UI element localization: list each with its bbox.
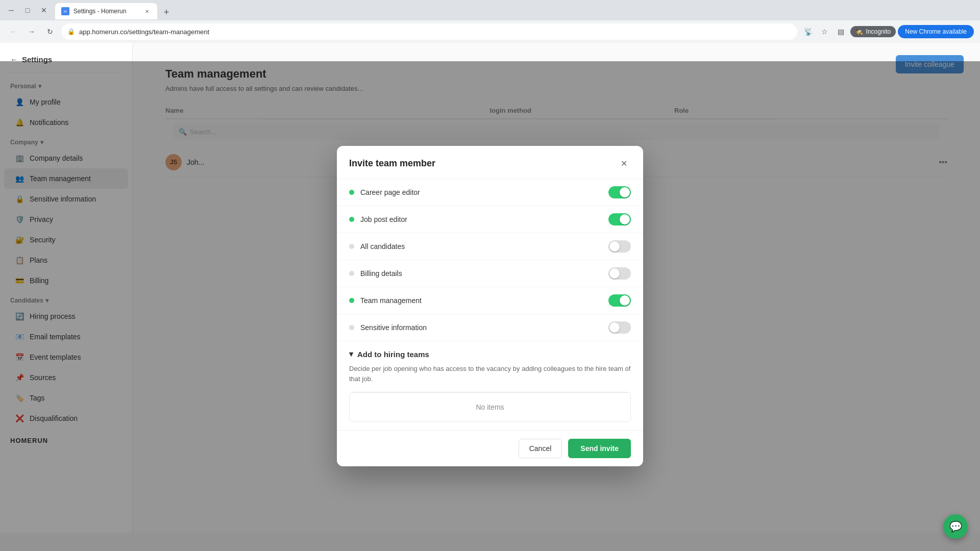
maximize-button[interactable]: □ [20,3,35,17]
new-chrome-button[interactable]: New Chrome available [898,25,974,38]
permission-row-team-management: Team management [337,287,643,314]
toggle-knob [609,241,620,252]
hiring-section: ▾ Add to hiring teams Decide per job ope… [337,341,643,430]
all-candidates-toggle[interactable] [608,240,631,253]
toggle-knob [620,214,630,224]
hiring-section-header[interactable]: ▾ Add to hiring teams [349,349,631,359]
permission-row-sensitive-information: Sensitive information [337,314,643,341]
reload-button[interactable]: ↻ [43,24,57,39]
incognito-icon: 🕵️ [855,28,863,35]
new-tab-button[interactable]: + [159,5,174,19]
billing-details-dot [349,271,354,276]
all-candidates-dot [349,244,354,249]
cancel-button[interactable]: Cancel [519,439,562,458]
hiring-table: No items [349,392,631,422]
permission-row-job-post-editor: Job post editor [337,206,643,233]
incognito-button[interactable]: 🕵️ Incognito [850,26,896,37]
career-page-editor-label: Career page editor [360,188,608,196]
team-management-dot [349,298,354,303]
career-page-editor-dot [349,190,354,195]
incognito-label: Incognito [866,28,891,35]
toolbar-right: 📡 ☆ ▤ 🕵️ Incognito New Chrome available [801,24,974,39]
toggle-knob [620,187,630,197]
minimize-button[interactable]: ─ [4,3,18,17]
browser-toolbar: ← → ↻ 🔒 app.homerun.co/settings/team-man… [0,20,980,43]
address-bar[interactable]: 🔒 app.homerun.co/settings/team-managemen… [61,23,797,40]
toggle-knob [620,295,630,306]
toggle-knob [609,322,620,333]
modal-overlay: Invite team member ✕ Career page editor … [0,61,980,551]
forward-button[interactable]: → [24,24,39,39]
career-page-editor-toggle[interactable] [608,186,631,198]
close-window-button[interactable]: ✕ [37,3,51,17]
modal-close-button[interactable]: ✕ [617,156,631,170]
modal-body: Career page editor Job post editor All c… [337,179,643,430]
active-tab[interactable]: H Settings - Homerun ✕ [55,3,157,19]
modal-header: Invite team member ✕ [337,146,643,179]
sensitive-info-toggle[interactable] [608,321,631,334]
job-post-editor-dot [349,217,354,222]
permission-row-career-page-editor: Career page editor [337,179,643,206]
lock-icon: 🔒 [67,28,75,35]
send-invite-button[interactable]: Send invite [568,439,631,458]
tabs-bar: H Settings - Homerun ✕ + [55,1,976,19]
invite-team-member-modal: Invite team member ✕ Career page editor … [337,146,643,466]
toggle-knob [609,268,620,279]
billing-details-toggle[interactable] [608,267,631,280]
browser-titlebar: ─ □ ✕ H Settings - Homerun ✕ + [0,0,980,20]
chevron-down-icon: ▾ [349,349,353,359]
team-management-label: Team management [360,296,608,305]
browser-chrome: ─ □ ✕ H Settings - Homerun ✕ + ← → ↻ 🔒 a… [0,0,980,43]
hiring-section-description: Decide per job opening who has access to… [349,364,631,384]
tab-close-button[interactable]: ✕ [143,7,151,15]
tab-favicon: H [61,7,69,15]
billing-details-label: Billing details [360,269,608,278]
hiring-section-title: Add to hiring teams [357,350,429,359]
permission-row-all-candidates: All candidates [337,233,643,260]
modal-title: Invite team member [349,158,435,169]
job-post-editor-toggle[interactable] [608,213,631,226]
hiring-table-empty: No items [350,393,630,421]
job-post-editor-label: Job post editor [360,215,608,223]
team-management-toggle[interactable] [608,294,631,307]
cast-button[interactable]: 📡 [801,24,816,39]
sidebar-toggle-button[interactable]: ▤ [834,24,848,39]
all-candidates-label: All candidates [360,242,608,251]
back-button[interactable]: ← [6,24,20,39]
sensitive-info-label: Sensitive information [360,323,608,332]
modal-footer: Cancel Send invite [337,430,643,466]
permission-row-billing-details: Billing details [337,260,643,287]
url-text: app.homerun.co/settings/team-management [79,28,209,36]
chat-button[interactable]: 💬 [943,514,968,539]
chat-icon: 💬 [949,520,962,533]
sensitive-info-dot [349,325,354,330]
tab-title: Settings - Homerun [74,8,126,15]
browser-controls: ─ □ ✕ [4,3,51,17]
bookmark-button[interactable]: ☆ [818,24,832,39]
